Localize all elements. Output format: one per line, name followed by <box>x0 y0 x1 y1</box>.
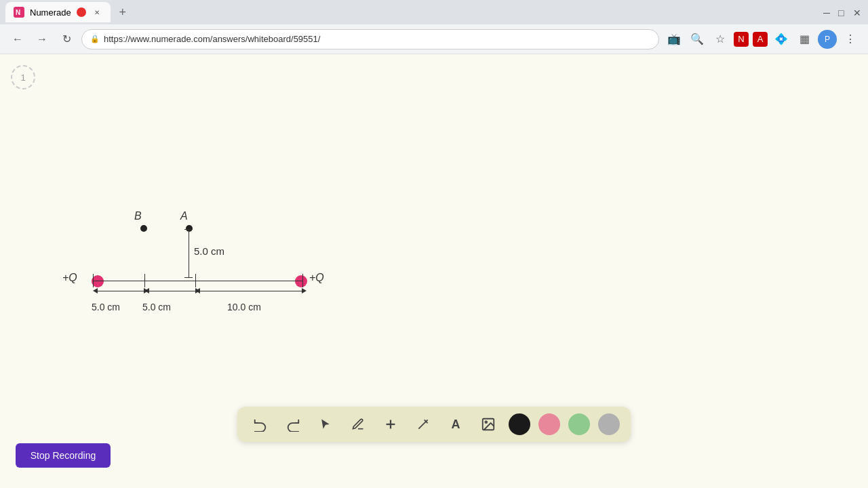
undo-button[interactable] <box>248 412 273 436</box>
extension-icon-1[interactable]: N <box>734 32 749 47</box>
tick-3 <box>195 274 196 287</box>
cast-icon[interactable]: 📺 <box>665 30 684 49</box>
point-B <box>140 225 147 232</box>
tick-1 <box>93 274 94 287</box>
arrow-line-2 <box>149 291 195 291</box>
arrow-left-3 <box>195 288 200 293</box>
extension-icon-4[interactable]: ▦ <box>795 30 814 49</box>
measurement-label-3: 10.0 cm <box>227 302 261 312</box>
extension-icon-2[interactable]: A <box>753 32 768 47</box>
text-tool-button[interactable]: A <box>443 412 468 436</box>
select-tool-button[interactable] <box>313 412 338 436</box>
address-bar[interactable]: 🔒 https://www.numerade.com/answers/white… <box>81 29 659 49</box>
arrow-left-1 <box>93 288 98 293</box>
label-5cm-vertical: 5.0 cm <box>194 245 224 257</box>
measurement-label-2: 5.0 cm <box>142 302 171 312</box>
vert-top-tick <box>184 229 193 230</box>
back-button[interactable]: ← <box>8 30 27 49</box>
image-tool-button[interactable] <box>476 412 500 436</box>
vert-bottom-tick <box>184 277 193 278</box>
color-black[interactable] <box>509 413 530 435</box>
whiteboard: 1 B A 5.0 cm +Q +Q <box>0 54 868 488</box>
maximize-button[interactable]: □ <box>838 7 848 17</box>
recording-dot <box>77 7 86 17</box>
add-button[interactable] <box>378 412 403 436</box>
page-number: 1 <box>20 73 25 83</box>
color-pink[interactable] <box>538 413 560 435</box>
page-badge: 1 <box>11 65 35 89</box>
forward-button[interactable]: → <box>33 30 52 49</box>
label-right-charge: +Q <box>309 272 324 284</box>
point-A <box>186 225 193 232</box>
reload-button[interactable]: ↻ <box>57 30 76 49</box>
lock-icon: 🔒 <box>90 35 100 43</box>
dot-right-charge <box>295 275 307 287</box>
extension-icon-3[interactable]: 💠 <box>772 30 791 49</box>
vertical-measurement-line <box>189 229 189 278</box>
highlighter-button[interactable] <box>411 412 435 436</box>
bookmark-icon[interactable]: ☆ <box>711 30 730 49</box>
stop-recording-button[interactable]: Stop Recording <box>16 443 111 468</box>
arrow-right-3 <box>302 288 307 293</box>
arrow-group-2 <box>144 288 200 293</box>
color-green[interactable] <box>568 413 590 435</box>
svg-text:N: N <box>16 9 20 16</box>
search-icon[interactable]: 🔍 <box>688 30 707 49</box>
title-bar: N Numerade ✕ + ─ □ ✕ <box>0 0 868 24</box>
browser-tab[interactable]: N Numerade ✕ <box>5 2 111 22</box>
arrow-left-2 <box>144 288 149 293</box>
url-text: https://www.numerade.com/answers/whitebo… <box>104 34 320 44</box>
redo-button[interactable] <box>281 412 305 436</box>
nav-bar: ← → ↻ 🔒 https://www.numerade.com/answers… <box>0 24 868 54</box>
minimize-button[interactable]: ─ <box>823 7 833 17</box>
close-button[interactable]: ✕ <box>853 7 863 17</box>
menu-button[interactable]: ⋮ <box>841 30 860 49</box>
color-gray[interactable] <box>598 413 620 435</box>
pen-tool-button[interactable] <box>346 412 370 436</box>
profile-avatar[interactable]: P <box>818 30 837 49</box>
horizontal-line <box>93 281 303 281</box>
tick-4 <box>302 274 303 287</box>
label-B: B <box>134 210 142 222</box>
arrow-group-1 <box>93 288 149 293</box>
tab-favicon: N <box>14 7 24 18</box>
tick-2 <box>144 274 145 287</box>
toolbar: A <box>237 407 631 442</box>
window-controls: ─ □ ✕ <box>823 7 863 17</box>
arrow-group-3 <box>195 288 307 293</box>
label-A: A <box>180 210 188 222</box>
label-left-charge: +Q <box>62 272 77 284</box>
new-tab-button[interactable]: + <box>113 3 132 22</box>
arrow-line-1 <box>98 291 144 291</box>
nav-right-icons: 📺 🔍 ☆ N A 💠 ▦ P ⋮ <box>665 30 860 49</box>
tab-title: Numerade <box>30 7 71 18</box>
tab-close-button[interactable]: ✕ <box>92 7 102 18</box>
measurement-label-1: 5.0 cm <box>92 302 120 312</box>
arrow-line-3 <box>200 291 302 291</box>
svg-point-7 <box>485 421 487 423</box>
browser-frame: N Numerade ✕ + ─ □ ✕ ← → ↻ 🔒 https://www… <box>0 0 868 488</box>
